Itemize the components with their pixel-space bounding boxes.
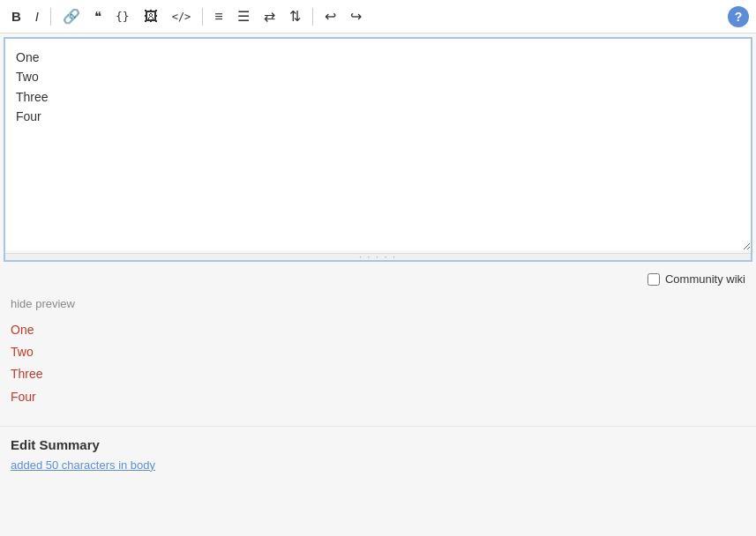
html-button[interactable]: </>	[168, 8, 196, 26]
html-icon: </>	[172, 11, 191, 23]
quote-icon: ❝	[94, 9, 101, 25]
edit-summary-hint[interactable]: added 50 characters in body	[11, 458, 155, 472]
editor-textarea[interactable]: One Two Three Four	[5, 39, 751, 250]
text-area-container: One Two Three Four · · · · ·	[4, 37, 752, 262]
link-icon: 🔗	[63, 8, 80, 25]
preview-line-1: One	[11, 319, 745, 341]
image-icon: 🖼	[144, 9, 158, 25]
ul-button[interactable]: ☰	[233, 5, 254, 27]
help-button[interactable]: ?	[728, 6, 749, 27]
ol-icon: ≡	[214, 9, 222, 25]
ol-button[interactable]: ≡	[210, 6, 227, 27]
resize-dots: · · · · ·	[359, 252, 397, 262]
separator-2	[202, 8, 203, 26]
undo-button[interactable]: ↩	[320, 5, 341, 27]
indent-icon: ⇄	[264, 8, 275, 25]
separator-1	[50, 8, 51, 26]
hide-preview-link[interactable]: hide preview	[11, 297, 75, 310]
italic-icon: I	[35, 9, 39, 24]
preview-section: hide preview One Two Three Four	[0, 293, 756, 419]
italic-button[interactable]: I	[31, 6, 43, 26]
redo-button[interactable]: ↪	[346, 5, 366, 27]
resize-handle[interactable]: · · · · ·	[5, 253, 751, 260]
help-icon: ?	[735, 10, 743, 24]
preview-line-4: Four	[11, 386, 745, 408]
editor-wrapper: B I 🔗 ❝ {} 🖼 </> ≡ ☰ ⇄ ⇅	[0, 0, 756, 479]
preview-line-2: Two	[11, 341, 745, 363]
edit-summary-title: Edit Summary	[11, 437, 745, 452]
code-button[interactable]: {}	[111, 7, 134, 26]
code-icon: {}	[116, 10, 130, 23]
community-wiki-label: Community wiki	[665, 272, 745, 286]
community-wiki-checkbox[interactable]	[647, 273, 660, 286]
separator-3	[312, 8, 313, 26]
ul-icon: ☰	[237, 8, 250, 25]
image-button[interactable]: 🖼	[139, 6, 162, 27]
link-button[interactable]: 🔗	[58, 5, 85, 27]
redo-icon: ↪	[350, 8, 362, 25]
bold-button[interactable]: B	[7, 6, 26, 26]
indent-button[interactable]: ⇄	[259, 5, 280, 27]
undo-icon: ↩	[325, 8, 336, 25]
toolbar: B I 🔗 ❝ {} 🖼 </> ≡ ☰ ⇄ ⇅	[0, 0, 756, 34]
preview-line-3: Three	[11, 363, 745, 385]
preview-content: One Two Three Four	[11, 319, 745, 408]
bold-icon: B	[11, 9, 21, 24]
quote-button[interactable]: ❝	[90, 6, 106, 27]
community-wiki-row: Community wiki	[0, 265, 756, 293]
outdent-button[interactable]: ⇅	[285, 5, 305, 27]
edit-summary-section: Edit Summary added 50 characters in body	[0, 426, 756, 479]
outdent-icon: ⇅	[289, 8, 301, 25]
